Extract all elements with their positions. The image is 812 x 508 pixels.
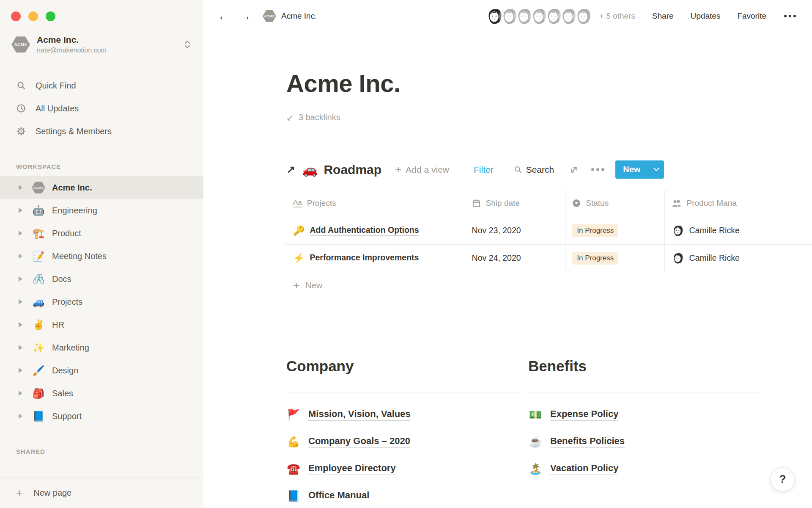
workspace-switcher[interactable]: ACME Acme Inc. nate@makenotion.com [0,21,203,57]
sidebar-page-label: Sales [52,389,73,398]
company-goals-link[interactable]: Company Goals – 2020 [308,436,410,448]
people-icon [672,199,682,207]
collection-more-button[interactable] [591,168,604,171]
share-button[interactable]: Share [652,11,674,21]
collaborator-avatar[interactable] [574,7,593,25]
others-count-label[interactable]: + 5 others [599,11,635,21]
forward-button[interactable]: → [239,11,251,22]
search-button[interactable]: Search [514,165,554,175]
column-header-status[interactable]: Status [565,190,664,217]
table-new-row-button[interactable]: + New [286,272,812,299]
sidebar-page-design[interactable]: 🖌️ Design [0,359,203,382]
expand-toggle-icon[interactable] [19,391,22,396]
divider [286,392,520,392]
column-header-product-manager[interactable]: Product Mana [665,190,812,217]
expand-toggle-icon[interactable] [19,185,22,190]
backpack-emoji-icon: 🎒 [32,388,45,399]
close-window-button[interactable] [11,11,21,21]
backlinks-button[interactable]: ↙ 3 backlinks [286,113,340,123]
sidebar-item-label: Settings & Members [36,127,112,136]
red-car-emoji-icon: 🚗 [302,162,318,177]
plus-icon: + [293,279,299,292]
person-avatar [672,252,684,265]
collection-title[interactable]: Roadmap [324,163,381,177]
sidebar-item-settings-members[interactable]: Settings & Members [0,120,203,143]
vacation-policy-link[interactable]: Vacation Policy [550,463,618,475]
expand-toggle-icon[interactable] [19,299,22,304]
link-sections: Company 🚩 Mission, Vision, Values 💪 Comp… [286,357,812,508]
expand-toggle-icon[interactable] [19,368,22,373]
ship-date-cell[interactable]: Nov 24, 2020 [465,245,566,272]
notion-window: ACME Acme Inc. nate@makenotion.com Quick… [0,0,812,508]
new-page-button[interactable]: + New page [0,478,203,508]
new-record-button[interactable]: New [615,160,664,179]
sidebar-page-marketing[interactable]: ✨ Marketing [0,336,203,359]
page-body: Acme Inc. ↙ 3 backlinks ↗ 🚗 Roadmap + Ad… [203,69,812,508]
open-as-page-icon[interactable]: ↗ [286,163,295,176]
favorite-button[interactable]: Favorite [737,11,766,21]
person-name: Camille Ricke [689,253,740,263]
minimize-window-button[interactable] [28,11,38,21]
benefits-policies-link[interactable]: Benefits Policies [550,436,625,448]
status-cell[interactable]: In Progress [565,217,664,244]
product-manager-cell[interactable]: Camille Ricke [665,245,812,272]
updates-button[interactable]: Updates [691,11,721,21]
project-page-link[interactable]: Performance Improvements [310,253,419,263]
dollar-banknote-emoji-icon: 💵 [528,409,543,421]
breadcrumb[interactable]: Acme Inc. [281,11,317,21]
column-header-ship-date[interactable]: Ship date [465,190,566,217]
zoom-window-button[interactable] [46,11,55,21]
expense-policy-link[interactable]: Expense Policy [550,409,618,421]
back-button[interactable]: ← [218,11,229,22]
page-link-row: 🏝️ Vacation Policy [528,455,770,482]
benefits-section: Benefits 💵 Expense Policy ☕ Benefits Pol… [528,357,770,508]
filter-button[interactable]: Filter [474,165,494,175]
new-row-label: New [305,281,322,290]
page-link-row: ☕ Benefits Policies [528,428,770,455]
status-badge: In Progress [572,252,618,265]
gear-icon [16,127,26,136]
sidebar-item-quick-find[interactable]: Quick Find [0,74,203,97]
project-cell[interactable]: 🔑 Add Authentication Options [286,217,465,244]
company-section: Company 🚩 Mission, Vision, Values 💪 Comp… [286,357,528,508]
crane-emoji-icon: 🏗️ [32,228,45,239]
ship-date-cell[interactable]: Nov 23, 2020 [465,217,566,244]
expand-toggle-icon[interactable] [19,254,22,259]
sidebar-page-hr[interactable]: ✌️ HR [0,313,203,336]
expand-toggle-icon[interactable] [19,276,22,282]
sidebar-item-label: Quick Find [36,81,76,91]
memo-emoji-icon: 📝 [32,251,45,262]
sidebar-menu: Quick Find All Updates [0,74,203,143]
employee-directory-link[interactable]: Employee Directory [308,463,396,475]
sidebar-item-all-updates[interactable]: All Updates [0,97,203,120]
expand-toggle-icon[interactable] [19,208,22,213]
sidebar-page-projects[interactable]: 🚙 Projects [0,290,203,313]
add-view-button[interactable]: + Add a view [395,163,449,176]
product-manager-cell[interactable]: Camille Ricke [665,217,812,244]
expand-toggle-icon[interactable] [19,414,22,419]
sidebar-page-acme-inc[interactable]: ACME Acme Inc. [0,176,203,199]
expand-view-button[interactable] [569,165,579,174]
sidebar-page-docs[interactable]: 🖇️ Docs [0,268,203,290]
blue-book-emoji-icon: 📘 [286,490,301,502]
sidebar-page-sales[interactable]: 🎒 Sales [0,382,203,405]
sidebar-page-product[interactable]: 🏗️ Product [0,222,203,245]
project-cell[interactable]: ⚡ Performance Improvements [286,245,465,272]
mission-vision-values-link[interactable]: Mission, Vision, Values [308,409,411,421]
expand-toggle-icon[interactable] [19,231,22,236]
status-cell[interactable]: In Progress [565,245,664,272]
sidebar-page-support[interactable]: 📘 Support [0,405,203,428]
shared-section-label: SHARED [0,428,203,459]
expand-toggle-icon[interactable] [19,322,22,327]
office-manual-link[interactable]: Office Manual [308,490,369,502]
project-page-link[interactable]: Add Authentication Options [310,225,419,236]
expand-toggle-icon[interactable] [19,345,22,350]
new-button-label: New [615,160,648,179]
more-options-button[interactable] [784,15,796,17]
sidebar-page-meeting-notes[interactable]: 📝 Meeting Notes [0,245,203,268]
sidebar-page-engineering[interactable]: 🤖 Engineering [0,199,203,222]
column-header-projects[interactable]: Aa Projects [286,190,465,217]
help-button[interactable]: ? [771,467,795,491]
section-heading: Benefits [528,357,770,375]
chevron-down-icon[interactable] [648,160,664,179]
